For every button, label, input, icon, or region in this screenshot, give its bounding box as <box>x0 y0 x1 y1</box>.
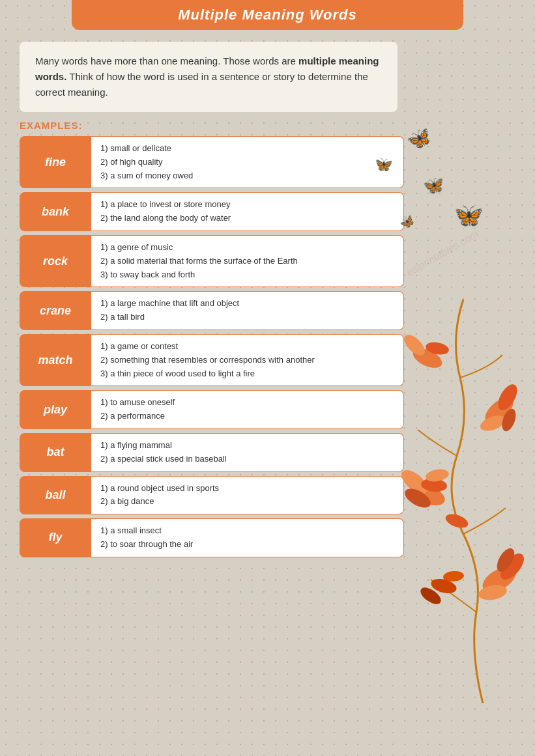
definition-line: 2) a performance <box>100 410 394 423</box>
word-row: fine1) small or delicate2) of high quali… <box>20 136 404 188</box>
definition-line: 1) to amuse oneself <box>100 396 394 410</box>
definition-line: 2) a special stick used in baseball <box>100 453 394 466</box>
definition-line: 2) a big dance <box>100 495 394 509</box>
word-label-fine: fine <box>20 136 91 188</box>
word-row: ball1) a round object used in sports2) a… <box>20 476 404 515</box>
intro-text2: Think of how the word is used in a sente… <box>35 71 368 98</box>
definition-line: 2) of high quality <box>100 156 394 169</box>
definition-line: 1) a round object used in sports <box>100 482 394 496</box>
word-row: fly1) a small insect2) to soar through t… <box>20 518 404 557</box>
examples-label: EXAMPLES: <box>20 120 515 131</box>
definition-line: 3) to sway back and forth <box>100 268 394 282</box>
butterfly-icon-4: 🦋 <box>452 199 485 231</box>
word-defs-play: 1) to amuse oneself2) a performance <box>91 390 404 429</box>
word-label-crane: crane <box>20 291 91 330</box>
svg-point-19 <box>444 511 470 530</box>
word-label-bat: bat <box>20 433 91 472</box>
definition-line: 3) a thin piece of wood used to light a … <box>100 367 394 381</box>
page-title: Multiple Meaning Words <box>98 7 437 23</box>
title-banner: Multiple Meaning Words <box>72 0 463 30</box>
word-row: bank1) a place to invest or store money2… <box>20 192 404 231</box>
word-rows: fine1) small or delicate2) of high quali… <box>20 136 404 557</box>
definition-line: 2) a tall bird <box>100 311 394 324</box>
word-label-match: match <box>20 334 91 386</box>
word-defs-bank: 1) a place to invest or store money2) th… <box>91 192 404 231</box>
word-defs-match: 1) a game or contest2) something that re… <box>91 334 404 386</box>
word-defs-fly: 1) a small insect2) to soar through the … <box>91 518 404 557</box>
definition-line: 1) a game or contest <box>100 340 394 354</box>
definition-line: 1) a genre of music <box>100 241 394 255</box>
word-row: match1) a game or contest2) something th… <box>20 334 404 386</box>
word-label-bank: bank <box>20 192 91 231</box>
definition-line: 3) a sum of money owed <box>100 169 394 183</box>
word-label-rock: rock <box>20 235 91 287</box>
word-label-play: play <box>20 390 91 429</box>
word-label-fly: fly <box>20 518 91 557</box>
butterfly-icon-3: 🦋 <box>422 175 445 197</box>
word-row: bat1) a flying mammal2) a special stick … <box>20 433 404 472</box>
word-row: rock1) a genre of music2) a solid materi… <box>20 235 404 287</box>
definition-line: 2) a solid material that forms the surfa… <box>100 255 394 268</box>
word-defs-ball: 1) a round object used in sports2) a big… <box>91 476 404 515</box>
definition-line: 2) the land along the body of water <box>100 212 394 225</box>
definition-line: 1) small or delicate <box>100 142 394 156</box>
definition-line: 1) a place to invest or store money <box>100 198 394 212</box>
definition-line: 1) a small insect <box>100 524 394 538</box>
word-row: play1) to amuse oneself2) a performance <box>20 390 404 429</box>
word-defs-fine: 1) small or delicate2) of high quality3)… <box>91 136 404 188</box>
flower-vine-decoration <box>392 260 528 703</box>
word-defs-crane: 1) a large machine that lift and object2… <box>91 291 404 330</box>
page-wrapper: Multiple Meaning Words Many words have m… <box>0 0 535 756</box>
word-defs-bat: 1) a flying mammal2) a special stick use… <box>91 433 404 472</box>
word-defs-rock: 1) a genre of music2) a solid material t… <box>91 235 404 287</box>
definition-line: 1) a flying mammal <box>100 439 394 453</box>
intro-text1: Many words have more than one meaning. T… <box>35 55 298 66</box>
word-label-ball: ball <box>20 476 91 515</box>
definition-line: 2) something that resembles or correspon… <box>100 354 394 367</box>
definition-line: 2) to soar through the air <box>100 538 394 552</box>
intro-section: Many words have more than one meaning. T… <box>20 42 398 112</box>
definition-line: 1) a large machine that lift and object <box>100 297 394 311</box>
word-row: crane1) a large machine that lift and ob… <box>20 291 404 330</box>
